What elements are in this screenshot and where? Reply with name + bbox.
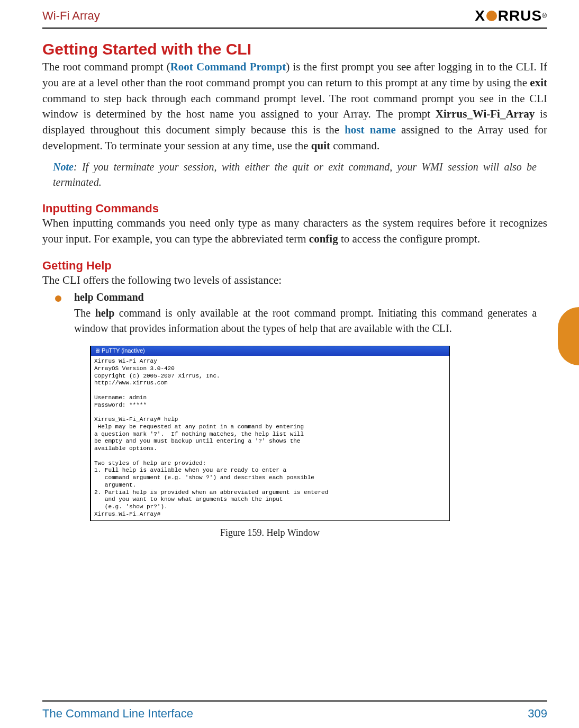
text: to access the configure prompt. <box>338 232 480 245</box>
paragraph-help-intro: The CLI offers the following two levels … <box>42 273 547 289</box>
text: command is only available at the root co… <box>74 307 537 334</box>
page-number: 309 <box>528 707 547 721</box>
note-label: Note <box>53 161 74 173</box>
logo-text-right: RRUS <box>498 7 542 24</box>
bold-prompt-name: Xirrus_Wi-Fi_Array <box>436 107 535 120</box>
paragraph-inputting: When inputting commands you need only ty… <box>42 215 547 247</box>
bold-quit: quit <box>311 139 330 152</box>
product-name: Wi-Fi Array <box>42 9 100 23</box>
brand-logo: XRRUS® <box>475 7 547 24</box>
link-host-name[interactable]: host name <box>345 123 396 136</box>
heading-getting-started: Getting Started with the CLI <box>42 40 547 58</box>
heading-inputting-commands: Inputting Commands <box>42 202 547 215</box>
bullet-body: The help command is only available at th… <box>74 305 547 336</box>
list-item: help Command The help command is only av… <box>42 291 547 336</box>
text: The root command prompt ( <box>42 60 170 73</box>
bullet-title-help-command: help Command <box>74 291 547 303</box>
bold-config: config <box>309 232 338 245</box>
link-root-command-prompt[interactable]: Root Command Prompt <box>170 60 286 73</box>
paragraph-intro: The root command prompt (Root Command Pr… <box>42 59 547 154</box>
help-list: help Command The help command is only av… <box>42 291 547 336</box>
side-tab-icon <box>558 307 579 365</box>
terminal-title: PuTTY (inactive) <box>102 347 145 354</box>
note-text: : If you terminate your session, with ei… <box>53 161 537 188</box>
note-block: Note: If you terminate your session, wit… <box>53 159 537 190</box>
text: The <box>74 307 95 319</box>
bold-help: help <box>95 307 115 319</box>
page: Wi-Fi Array XRRUS® Getting Started with … <box>0 0 579 728</box>
logo-text-left: X <box>475 7 485 24</box>
logo-dot-icon <box>486 11 497 21</box>
footer-row: The Command Line Interface 309 <box>42 707 547 721</box>
figure-caption: Figure 159. Help Window <box>90 527 450 538</box>
footer-section: The Command Line Interface <box>42 707 193 721</box>
text: command. <box>330 139 379 152</box>
putty-icon: 🖥 <box>94 347 100 354</box>
logo-trademark: ® <box>542 12 547 20</box>
bold-exit: exit <box>530 76 547 89</box>
header-rule <box>42 28 547 29</box>
footer-rule <box>42 700 547 702</box>
heading-getting-help: Getting Help <box>42 259 547 273</box>
terminal-titlebar: 🖥 PuTTY (inactive) <box>91 346 449 356</box>
terminal-window: 🖥 PuTTY (inactive) Xirrus Wi-Fi Array Ar… <box>90 346 450 520</box>
terminal-figure: 🖥 PuTTY (inactive) Xirrus Wi-Fi Array Ar… <box>90 346 450 538</box>
terminal-content: Xirrus Wi-Fi Array ArrayOS Version 3.0-4… <box>91 356 449 520</box>
header-row: Wi-Fi Array XRRUS® <box>42 0 547 24</box>
